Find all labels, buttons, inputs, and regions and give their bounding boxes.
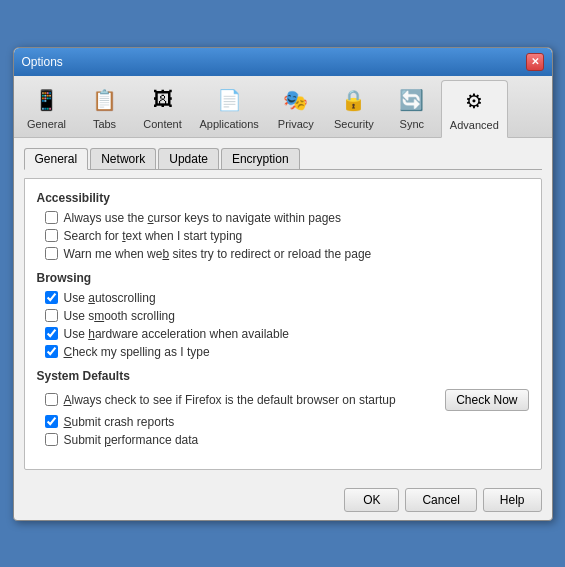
autoscroll-label: Use autoscrolling: [64, 291, 156, 305]
search-text-row: Search for text when I start typing: [37, 229, 529, 243]
toolbar-item-advanced[interactable]: Advanced: [441, 80, 508, 138]
warn-redirect-row: Warn me when web sites try to redirect o…: [37, 247, 529, 261]
general-icon: [31, 84, 63, 116]
security-icon: [338, 84, 370, 116]
browsing-section: Browsing Use autoscrolling Use smooth sc…: [37, 271, 529, 359]
check-now-button[interactable]: Check Now: [445, 389, 528, 411]
default-browser-row: Always check to see if Firefox is the de…: [37, 389, 529, 411]
main-content: General Network Update Encryption Access…: [14, 138, 552, 480]
warn-redirect-label: Warn me when web sites try to redirect o…: [64, 247, 372, 261]
settings-panel: Accessibility Always use the cursor keys…: [24, 178, 542, 470]
default-browser-checkbox[interactable]: [45, 393, 58, 406]
toolbar-item-general[interactable]: General: [18, 80, 76, 137]
applications-icon: [213, 84, 245, 116]
crash-reports-label: Submit crash reports: [64, 415, 175, 429]
default-browser-label: Always check to see if Firefox is the de…: [45, 393, 396, 407]
toolbar-label-security: Security: [334, 118, 374, 130]
toolbar-label-general: General: [27, 118, 66, 130]
spellcheck-checkbox[interactable]: [45, 345, 58, 358]
cursor-keys-row: Always use the cursor keys to navigate w…: [37, 211, 529, 225]
perf-data-checkbox[interactable]: [45, 433, 58, 446]
autoscroll-checkbox[interactable]: [45, 291, 58, 304]
toolbar-label-sync: Sync: [400, 118, 424, 130]
content-icon: [147, 84, 179, 116]
tab-encryption[interactable]: Encryption: [221, 148, 300, 169]
crash-reports-row: Submit crash reports: [37, 415, 529, 429]
toolbar-item-sync[interactable]: Sync: [383, 80, 441, 137]
toolbar-label-privacy: Privacy: [278, 118, 314, 130]
warn-redirect-checkbox[interactable]: [45, 247, 58, 260]
toolbar-label-tabs: Tabs: [93, 118, 116, 130]
window-title: Options: [22, 55, 63, 69]
bottom-bar: OK Cancel Help: [14, 480, 552, 520]
search-text-checkbox[interactable]: [45, 229, 58, 242]
tab-update[interactable]: Update: [158, 148, 219, 169]
perf-data-row: Submit performance data: [37, 433, 529, 447]
tabs-icon: [89, 84, 121, 116]
toolbar-item-tabs[interactable]: Tabs: [76, 80, 134, 137]
privacy-icon: [280, 84, 312, 116]
accessibility-title: Accessibility: [37, 191, 529, 205]
help-button[interactable]: Help: [483, 488, 542, 512]
toolbar-item-privacy[interactable]: Privacy: [267, 80, 325, 137]
toolbar-label-applications: Applications: [200, 118, 259, 130]
toolbar-item-security[interactable]: Security: [325, 80, 383, 137]
close-button[interactable]: ✕: [526, 53, 544, 71]
hw-accel-row: Use hardware acceleration when available: [37, 327, 529, 341]
toolbar-item-applications[interactable]: Applications: [192, 80, 267, 137]
advanced-icon: [458, 85, 490, 117]
titlebar: Options ✕: [14, 48, 552, 76]
smooth-scroll-label: Use smooth scrolling: [64, 309, 175, 323]
smooth-scroll-row: Use smooth scrolling: [37, 309, 529, 323]
toolbar-label-content: Content: [143, 118, 182, 130]
ok-button[interactable]: OK: [344, 488, 399, 512]
tab-bar: General Network Update Encryption: [24, 148, 542, 170]
cursor-keys-label: Always use the cursor keys to navigate w…: [64, 211, 341, 225]
tab-general[interactable]: General: [24, 148, 89, 170]
system-defaults-title: System Defaults: [37, 369, 529, 383]
toolbar-label-advanced: Advanced: [450, 119, 499, 131]
sync-icon: [396, 84, 428, 116]
browsing-title: Browsing: [37, 271, 529, 285]
cursor-keys-checkbox[interactable]: [45, 211, 58, 224]
spellcheck-row: Check my spelling as I type: [37, 345, 529, 359]
smooth-scroll-checkbox[interactable]: [45, 309, 58, 322]
hw-accel-label: Use hardware acceleration when available: [64, 327, 290, 341]
options-window: Options ✕ General Tabs Content Applicati…: [13, 47, 553, 521]
toolbar: General Tabs Content Applications Privac…: [14, 76, 552, 138]
autoscroll-row: Use autoscrolling: [37, 291, 529, 305]
search-text-label: Search for text when I start typing: [64, 229, 243, 243]
spellcheck-label: Check my spelling as I type: [64, 345, 210, 359]
crash-reports-checkbox[interactable]: [45, 415, 58, 428]
tab-network[interactable]: Network: [90, 148, 156, 169]
system-defaults-section: System Defaults Always check to see if F…: [37, 369, 529, 447]
cancel-button[interactable]: Cancel: [405, 488, 476, 512]
perf-data-label: Submit performance data: [64, 433, 199, 447]
hw-accel-checkbox[interactable]: [45, 327, 58, 340]
accessibility-section: Accessibility Always use the cursor keys…: [37, 191, 529, 261]
toolbar-item-content[interactable]: Content: [134, 80, 192, 137]
